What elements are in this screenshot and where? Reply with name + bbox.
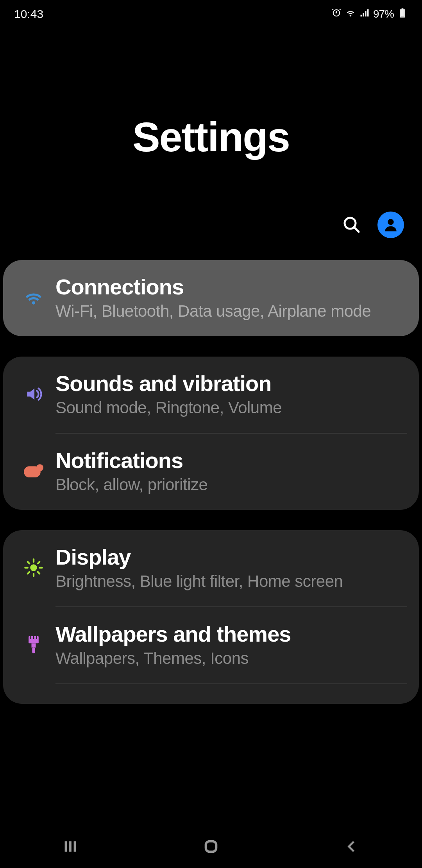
battery-icon (397, 7, 408, 21)
home-icon (202, 838, 220, 855)
settings-item-subtitle: Block, allow, prioritize (55, 475, 407, 494)
svg-line-12 (28, 572, 29, 573)
wifi-icon (345, 7, 356, 21)
brightness-icon (12, 558, 55, 578)
search-icon (342, 215, 361, 234)
signal-icon (359, 7, 370, 21)
back-button[interactable] (328, 835, 375, 858)
svg-point-5 (30, 564, 37, 571)
profile-button[interactable] (377, 212, 404, 238)
svg-line-1 (354, 227, 359, 232)
settings-item-wallpapers[interactable]: Wallpapers and themes Wallpapers, Themes… (3, 607, 419, 683)
navigation-bar (0, 825, 422, 868)
settings-group-connections: Connections Wi-Fi, Bluetooth, Data usage… (3, 260, 419, 336)
back-icon (343, 838, 360, 855)
settings-scroll[interactable]: Connections Wi-Fi, Bluetooth, Data usage… (0, 260, 422, 868)
home-button[interactable] (188, 835, 234, 858)
settings-item-title: Connections (55, 274, 407, 299)
settings-item-connections[interactable]: Connections Wi-Fi, Bluetooth, Data usage… (3, 260, 419, 336)
status-bar: 10:43 97% (0, 0, 422, 23)
status-icons: 97% (331, 7, 408, 21)
paintbrush-icon (12, 635, 55, 655)
settings-item-title: Display (55, 544, 407, 570)
svg-rect-23 (206, 841, 216, 852)
svg-rect-16 (32, 647, 35, 653)
svg-point-4 (36, 464, 43, 471)
settings-item-sounds[interactable]: Sounds and vibration Sound mode, Rington… (3, 357, 419, 433)
settings-item-peek[interactable] (3, 684, 419, 704)
svg-line-13 (38, 561, 39, 563)
svg-rect-15 (32, 643, 36, 647)
settings-item-notifications[interactable]: Notifications Block, allow, prioritize (3, 434, 419, 510)
settings-item-subtitle: Brightness, Blue light filter, Home scre… (55, 572, 407, 591)
settings-item-display[interactable]: Display Brightness, Blue light filter, H… (3, 530, 419, 606)
recents-icon (61, 838, 79, 855)
status-time: 10:43 (14, 7, 43, 21)
wifi-icon (12, 288, 55, 307)
speaker-icon (12, 384, 55, 404)
search-button[interactable] (342, 215, 362, 235)
title-actions (0, 212, 422, 260)
settings-item-title: Notifications (55, 448, 407, 473)
settings-group-display-themes: Display Brightness, Blue light filter, H… (3, 530, 419, 704)
person-icon (382, 216, 399, 233)
svg-line-11 (38, 572, 39, 573)
settings-item-subtitle: Sound mode, Ringtone, Volume (55, 398, 407, 417)
settings-item-title: Wallpapers and themes (55, 621, 407, 647)
settings-item-subtitle: Wallpapers, Themes, Icons (55, 649, 407, 668)
settings-item-subtitle: Wi-Fi, Bluetooth, Data usage, Airplane m… (55, 302, 407, 321)
svg-point-2 (388, 219, 393, 225)
settings-item-title: Sounds and vibration (55, 371, 407, 396)
settings-group-sound-notifications: Sounds and vibration Sound mode, Rington… (3, 357, 419, 510)
alarm-icon (331, 7, 342, 21)
recents-button[interactable] (47, 835, 94, 858)
notification-icon (12, 464, 55, 478)
battery-percent: 97% (373, 8, 394, 20)
svg-line-10 (28, 561, 29, 563)
page-title: Settings (0, 113, 422, 161)
